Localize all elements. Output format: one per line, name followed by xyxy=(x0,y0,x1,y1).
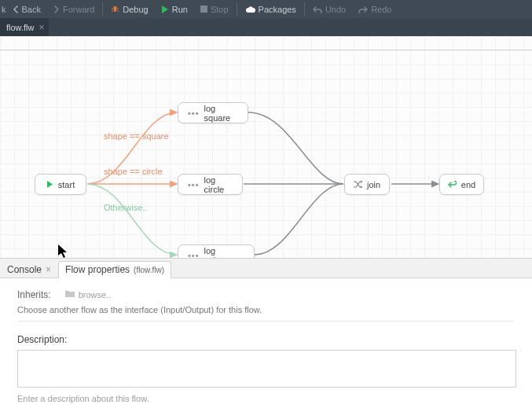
node-label: end xyxy=(461,180,475,189)
undo-icon xyxy=(313,6,322,13)
redo-icon xyxy=(358,6,368,13)
dots-icon: ••• xyxy=(188,180,200,189)
file-tab[interactable]: flow.flw × xyxy=(0,18,49,36)
chevron-right-icon xyxy=(53,6,60,13)
flowprops-tab-label: Flow properties xyxy=(65,264,130,275)
edge-label-circle: shape == circle xyxy=(104,167,163,176)
svg-rect-6 xyxy=(200,6,207,13)
node-log-unknown[interactable]: ••• log unknown xyxy=(178,244,255,259)
stop-icon xyxy=(200,6,207,13)
play-icon xyxy=(161,6,169,13)
browse-button[interactable]: browse.. xyxy=(65,290,112,300)
return-icon xyxy=(448,181,457,189)
debug-label: Debug xyxy=(123,5,148,14)
node-label: start xyxy=(58,180,75,189)
forward-label: Forward xyxy=(63,5,94,14)
run-button[interactable]: Run xyxy=(155,0,194,18)
node-label: log square xyxy=(204,104,238,123)
stop-button: Stop xyxy=(194,0,235,18)
node-label: log unknown xyxy=(204,246,244,259)
debug-button[interactable]: Debug xyxy=(105,0,154,18)
console-tab-label: Console xyxy=(7,264,42,275)
description-hint: Enter a description about this flow. xyxy=(17,394,515,403)
close-icon[interactable]: × xyxy=(46,264,51,275)
redo-label: Redo xyxy=(371,5,391,14)
flowprops-tab-sub: (flow.flw) xyxy=(134,266,164,274)
node-join[interactable]: join xyxy=(344,174,390,195)
shuffle-icon xyxy=(354,181,362,188)
description-label: Description: xyxy=(17,334,515,345)
flow-properties-tab[interactable]: Flow properties(flow.flw) xyxy=(58,261,171,278)
edge-label-square: shape == square xyxy=(104,131,169,141)
undo-label: Undo xyxy=(325,5,346,14)
svg-rect-1 xyxy=(114,8,116,12)
edge-label-otherwise: Otherwise.. xyxy=(104,203,148,212)
chevron-left-icon xyxy=(13,6,19,13)
node-log-square[interactable]: ••• log square xyxy=(178,102,248,123)
node-end[interactable]: end xyxy=(439,174,484,195)
description-input[interactable] xyxy=(17,350,516,388)
dots-icon: ••• xyxy=(188,251,200,259)
folder-icon xyxy=(65,290,75,300)
play-icon xyxy=(46,181,53,188)
dots-icon: ••• xyxy=(188,108,200,118)
run-label: Run xyxy=(172,5,188,14)
bug-icon xyxy=(111,5,119,13)
file-tab-label: flow.flw xyxy=(6,23,34,32)
cloud-icon xyxy=(245,6,255,13)
close-icon[interactable]: × xyxy=(39,23,44,32)
browse-label: browse.. xyxy=(79,290,112,300)
back-label: Back xyxy=(22,5,41,14)
console-tab[interactable]: Console × xyxy=(0,261,58,278)
flow-canvas[interactable]: start ••• log square ••• log circle ••• … xyxy=(0,36,532,259)
forward-button: Forward xyxy=(47,0,101,18)
main-toolbar: k Back Forward Debug Run Stop Packa xyxy=(0,0,532,18)
cursor-icon xyxy=(58,244,68,259)
edges-layer xyxy=(0,36,532,259)
flow-properties-panel: Inherits: browse.. Choose another flow a… xyxy=(0,278,532,414)
stop-label: Stop xyxy=(211,5,229,14)
inherits-label: Inherits: xyxy=(17,289,51,300)
node-label: log circle xyxy=(204,175,233,194)
back-button[interactable]: Back xyxy=(6,0,47,18)
inherits-hint: Choose another flow as the interface (In… xyxy=(17,305,515,314)
undo-button: Undo xyxy=(306,0,352,18)
node-log-circle[interactable]: ••• log circle xyxy=(178,174,243,195)
packages-button[interactable]: Packages xyxy=(239,0,303,18)
file-tabbar: flow.flw × xyxy=(0,18,532,36)
node-label: join xyxy=(367,180,380,189)
redo-button: Redo xyxy=(352,0,398,18)
panel-tabbar: Console × Flow properties(flow.flw) xyxy=(0,259,532,278)
packages-label: Packages xyxy=(259,5,296,14)
node-start[interactable]: start xyxy=(35,174,86,195)
